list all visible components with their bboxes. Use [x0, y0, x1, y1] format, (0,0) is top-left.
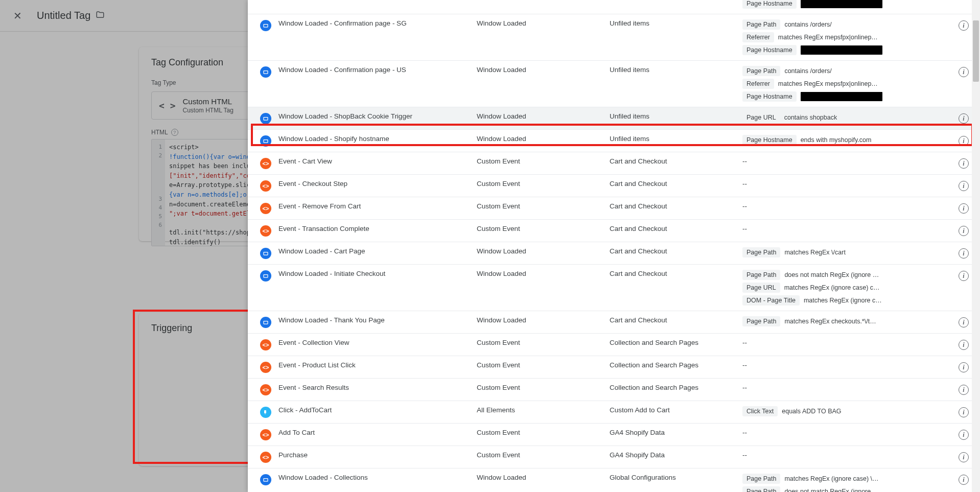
info-button[interactable]: i: [954, 157, 973, 169]
info-button[interactable]: i: [954, 202, 973, 214]
filter-variable-chip: Page Hostname: [742, 0, 797, 9]
help-icon[interactable]: ?: [171, 129, 178, 136]
filter-variable-chip: Click Text: [742, 406, 778, 416]
filter-variable-chip: Page URL: [742, 283, 780, 293]
trigger-name: Click - AddToCart: [278, 406, 472, 414]
info-button[interactable]: i: [954, 406, 973, 417]
trigger-row[interactable]: Window Loaded - Shopify hostnameWindow L…: [248, 130, 980, 152]
filter-variable-chip: Referrer: [742, 32, 774, 42]
info-button[interactable]: i: [954, 429, 973, 440]
info-icon: i: [959, 317, 969, 327]
scrollbar[interactable]: [972, 0, 980, 492]
trigger-row[interactable]: Window Loaded - Cart PageWindow LoadedCa…: [248, 242, 980, 265]
trigger-row[interactable]: Window Loaded - Confirmation page - SGWi…: [248, 14, 980, 61]
trigger-name: Window Loaded - Confirmation page - SG: [278, 19, 472, 27]
trigger-type: All Elements: [477, 406, 604, 414]
info-button[interactable]: i: [954, 384, 973, 395]
trigger-type: Custom Event: [477, 202, 604, 210]
trigger-folder: GA4 Shopify Data: [610, 429, 737, 436]
info-button[interactable]: i: [954, 247, 973, 259]
trigger-type: Custom Event: [477, 361, 604, 369]
info-icon: i: [959, 340, 969, 350]
trigger-row[interactable]: Window Loaded - Initiate CheckoutWindow …: [248, 265, 980, 311]
filter-condition: Page Pathmatches RegEx checkouts.*\/t…: [742, 316, 949, 326]
folder-icon[interactable]: [96, 10, 105, 21]
trigger-row[interactable]: <>Event - Transaction CompleteCustom Eve…: [248, 220, 980, 242]
page-title[interactable]: Untitled Tag: [37, 10, 90, 21]
trigger-row[interactable]: <>Event - Cart ViewCustom EventCart and …: [248, 152, 980, 175]
filter-value: equals ADD TO BAG: [782, 408, 841, 415]
filter-value: matches RegEx (ignore case) c…: [784, 284, 880, 291]
filter-condition: Page Pathmatches RegEx \/cart: [742, 247, 949, 257]
info-icon: i: [959, 407, 969, 417]
filter-variable-chip: Page Path: [742, 247, 780, 257]
filter-variable-chip: Page Path: [742, 66, 780, 76]
info-button[interactable]: i: [954, 361, 973, 372]
info-icon: i: [959, 248, 969, 259]
trigger-row[interactable]: <>PurchaseCustom EventGA4 Shopify Data--…: [248, 446, 980, 468]
trigger-folder: Cart and Checkout: [610, 316, 737, 324]
trigger-filters: --: [742, 429, 949, 436]
info-button[interactable]: i: [954, 66, 973, 77]
info-button[interactable]: i: [954, 451, 973, 462]
trigger-row[interactable]: <>Event - Remove From CartCustom EventCa…: [248, 197, 980, 220]
trigger-type: Custom Event: [477, 339, 604, 346]
filter-none: --: [742, 180, 747, 188]
filter-variable-chip: Page Path: [742, 270, 780, 280]
trigger-row[interactable]: Window Loaded - CollectionsWindow Loaded…: [248, 468, 980, 492]
trigger-name: Window Loaded - Cart Page: [278, 247, 472, 255]
info-button[interactable]: i: [954, 474, 973, 485]
info-button[interactable]: i: [954, 180, 973, 191]
trigger-type: Window Loaded: [477, 474, 604, 481]
code-gutter: 1 2 3 4 5 6: [152, 139, 165, 246]
info-icon: i: [959, 452, 969, 462]
filter-condition: Referrermatches RegEx mepsfpx|onlinep…: [742, 32, 949, 42]
scrollbar-thumb[interactable]: [973, 20, 979, 82]
info-button[interactable]: i: [954, 339, 973, 350]
svg-rect-1: [264, 25, 268, 28]
trigger-row[interactable]: <>Event - Checkout StepCustom EventCart …: [248, 175, 980, 197]
trigger-row[interactable]: <>Event - Product List ClickCustom Event…: [248, 356, 980, 379]
trigger-filters: --: [742, 157, 949, 165]
filter-condition: --: [742, 180, 949, 188]
code-body[interactable]: <script> !function(){var o=windo snippet…: [165, 139, 258, 246]
trigger-folder: Collection and Search Pages: [610, 384, 737, 391]
info-icon: i: [959, 113, 969, 124]
trigger-type-icon: [258, 474, 273, 485]
info-icon: i: [959, 475, 969, 485]
info-icon: i: [959, 203, 969, 214]
info-button[interactable]: i: [954, 270, 973, 281]
trigger-type-icon: <>: [258, 157, 273, 169]
filter-value: contains /orders/: [784, 21, 831, 28]
info-button[interactable]: i: [954, 316, 973, 327]
trigger-type-icon: <>: [258, 384, 273, 395]
info-button[interactable]: i: [954, 225, 973, 236]
trigger-row[interactable]: <>Event - Search ResultsCustom EventColl…: [248, 379, 980, 401]
trigger-type: Window Loaded: [477, 19, 604, 27]
trigger-row[interactable]: <>Event - Collection ViewCustom EventCol…: [248, 334, 980, 356]
trigger-row[interactable]: Referrermatches RegEx mepsfpx|onlinep…Pa…: [248, 0, 980, 14]
trigger-type-icon: <>: [258, 180, 273, 192]
info-button[interactable]: i: [954, 135, 973, 146]
filter-condition: Page Pathdoes not match RegEx (ignore …: [742, 270, 949, 280]
filter-condition: --: [742, 157, 949, 165]
trigger-name: Window Loaded - Shopify hostname: [278, 135, 472, 143]
filter-condition: Page Hostname: [742, 45, 949, 55]
filter-value: matches RegEx (ignore c…: [804, 297, 882, 304]
trigger-row[interactable]: Click - AddToCartAll ElementsCustom Add …: [248, 401, 980, 424]
filter-variable-chip: DOM - Page Title: [742, 295, 800, 306]
close-icon[interactable]: ✕: [8, 7, 27, 25]
trigger-name: Event - Remove From Cart: [278, 202, 472, 210]
trigger-folder: Custom Add to Cart: [610, 406, 737, 414]
info-button[interactable]: i: [954, 19, 973, 31]
trigger-row[interactable]: Window Loaded - Confirmation page - USWi…: [248, 61, 980, 107]
filter-variable-chip: Page Hostname: [742, 91, 797, 102]
trigger-row[interactable]: <>Add To CartCustom EventGA4 Shopify Dat…: [248, 424, 980, 446]
trigger-row[interactable]: Window Loaded - ShopBack Cookie TriggerW…: [248, 107, 980, 130]
filter-none: --: [742, 225, 747, 232]
trigger-filters: Page Pathmatches RegEx checkouts.*\/t…: [742, 316, 949, 326]
trigger-filters: --: [742, 451, 949, 459]
info-button[interactable]: i: [954, 112, 973, 124]
trigger-row[interactable]: Window Loaded - Thank You PageWindow Loa…: [248, 311, 980, 334]
svg-rect-4: [264, 140, 268, 143]
